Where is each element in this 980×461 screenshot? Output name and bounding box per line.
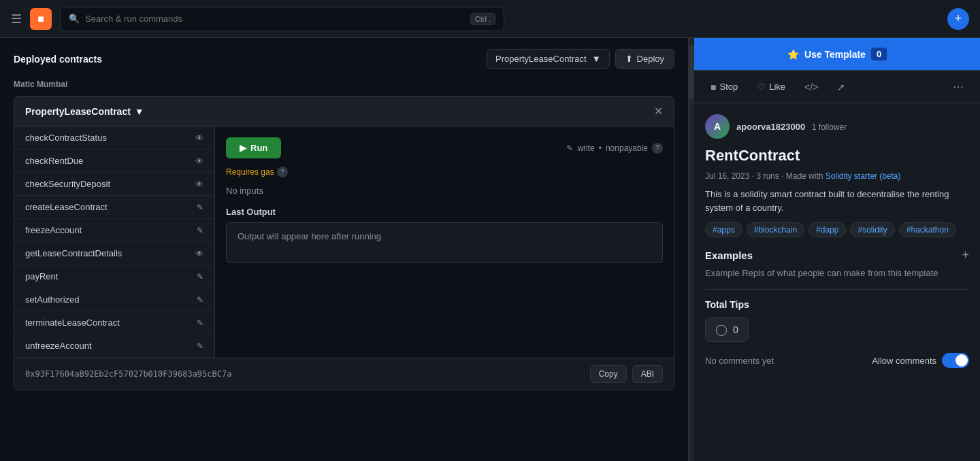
contract-selector: PropertyLeaseContract ▼ ⬆ Deploy	[487, 49, 674, 69]
eye-icon[interactable]: 👁	[195, 133, 203, 143]
list-item[interactable]: createLeaseContract ✎	[14, 196, 214, 219]
contract-dropdown[interactable]: PropertyLeaseContract ▼	[487, 49, 610, 69]
right-panel: ⭐ Use Template 0 ■ Stop ♡ Like </> ➚ ⋯	[694, 38, 980, 461]
deploy-button[interactable]: ⬆ Deploy	[615, 49, 674, 69]
right-action-row: ■ Stop ♡ Like </> ➚ ⋯	[694, 71, 980, 103]
output-box: Output will appear here after running	[226, 222, 663, 263]
like-button[interactable]: ♡ Like	[751, 79, 791, 95]
tag-hackathon[interactable]: #hackathon	[899, 222, 956, 237]
toggle-thumb	[956, 354, 968, 366]
play-icon: ▶	[240, 143, 246, 153]
meta-text: Jul 16, 2023 · 3 runs · Made with	[705, 171, 823, 181]
comments-toggle[interactable]	[942, 353, 969, 368]
edit-icon[interactable]: ✎	[197, 318, 203, 328]
chevron-down-icon: ▼	[592, 54, 601, 64]
write-badge: ✎ write • nonpayable ?	[566, 143, 663, 154]
list-item[interactable]: terminateLeaseContract ✎	[14, 311, 214, 335]
more-button[interactable]: ⋯	[947, 78, 969, 96]
edit-icon[interactable]: ✎	[197, 226, 203, 235]
hamburger-icon[interactable]: ☰	[11, 12, 22, 27]
function-name: unfreezeAccount	[25, 341, 92, 351]
copy-button[interactable]: Copy	[590, 365, 627, 383]
last-output-label: Last Output	[226, 207, 663, 217]
tips-value: 0	[733, 324, 738, 335]
examples-header: Examples +	[705, 248, 969, 262]
divider	[705, 289, 969, 290]
tags-container: #apps #blockchain #dapp #solidity #hacka…	[705, 222, 969, 237]
scrollbar-thumb	[689, 45, 693, 99]
follower-badge: 1 follower	[812, 122, 847, 132]
run-row: ▶ Run ✎ write • nonpayable ?	[226, 137, 663, 158]
deployed-header: Deployed contracts PropertyLeaseContract…	[14, 49, 674, 69]
list-item[interactable]: checkContractStatus 👁	[14, 126, 214, 150]
repl-title: RentContract	[705, 147, 969, 165]
solidity-link[interactable]: Solidity starter (beta)	[826, 171, 901, 181]
keyboard-shortcut: Ctrl .	[470, 13, 495, 25]
edit-icon[interactable]: ✎	[197, 341, 203, 351]
run-label: Run	[250, 143, 267, 153]
scrollbar[interactable]	[689, 38, 694, 461]
logo-icon: ■	[30, 8, 52, 30]
main-layout: Deployed contracts PropertyLeaseContract…	[0, 38, 980, 461]
list-item[interactable]: checkRentDue 👁	[14, 150, 214, 173]
deployed-title: Deployed contracts	[14, 54, 102, 65]
eye-icon[interactable]: 👁	[195, 156, 203, 166]
contract-chevron-icon[interactable]: ▼	[135, 106, 144, 117]
heart-icon: ♡	[757, 82, 766, 92]
function-name: freezeAccount	[25, 225, 82, 235]
function-name: checkSecurityDeposit	[25, 179, 110, 189]
function-sidebar: checkContractStatus 👁 checkRentDue 👁 che…	[14, 126, 215, 358]
requires-gas: Requires gas ?	[226, 167, 663, 177]
edit-icon[interactable]: ✎	[197, 272, 203, 281]
list-item[interactable]: unfreezeAccount ✎	[14, 335, 214, 358]
right-top-bar: ⭐ Use Template 0	[694, 38, 980, 71]
list-item[interactable]: getLeaseContractDetails 👁	[14, 242, 214, 265]
contract-box-header: PropertyLeaseContract ▼ ✕	[14, 97, 674, 126]
stop-label: Stop	[719, 82, 738, 92]
search-icon: 🔍	[69, 14, 80, 24]
open-button[interactable]: ➚	[832, 79, 851, 95]
add-button[interactable]: +	[947, 8, 969, 30]
network-label: Matic Mumbai	[14, 80, 674, 89]
contract-box-title: PropertyLeaseContract ▼	[25, 106, 144, 117]
external-link-icon: ➚	[837, 82, 845, 92]
tips-icon: ◯	[715, 323, 728, 336]
list-item[interactable]: payRent ✎	[14, 265, 214, 288]
help-icon[interactable]: ?	[652, 143, 663, 154]
run-button[interactable]: ▶ Run	[226, 137, 281, 158]
nonpayable-label: nonpayable	[606, 143, 648, 153]
search-input[interactable]	[85, 14, 465, 24]
no-inputs: No inputs	[226, 186, 663, 196]
contract-footer: 0x93F17604aB92Eb2cF57027b010F39683a95cBC…	[14, 358, 674, 390]
edit-icon[interactable]: ✎	[197, 295, 203, 305]
function-name: setAuthorized	[25, 294, 80, 305]
use-template-label: Use Template	[804, 49, 866, 60]
dot-separator: •	[599, 143, 602, 153]
tag-blockchain[interactable]: #blockchain	[747, 222, 804, 237]
list-item[interactable]: freezeAccount ✎	[14, 219, 214, 242]
close-button[interactable]: ✕	[654, 105, 663, 118]
code-button[interactable]: </>	[799, 79, 823, 95]
stop-button[interactable]: ■ Stop	[705, 79, 743, 95]
upload-icon: ⬆	[625, 54, 633, 64]
list-item[interactable]: setAuthorized ✎	[14, 288, 214, 311]
tips-amount: ◯ 0	[705, 317, 749, 342]
author-name[interactable]: apoorva1823000	[736, 122, 805, 132]
add-example-button[interactable]: +	[962, 248, 969, 262]
tag-solidity[interactable]: #solidity	[850, 222, 894, 237]
contract-address: 0x93F17604aB92Eb2cF57027b010F39683a95cBC…	[25, 369, 231, 379]
gas-help-icon[interactable]: ?	[277, 167, 288, 177]
tag-dapp[interactable]: #dapp	[808, 222, 846, 237]
left-panel: Deployed contracts PropertyLeaseContract…	[0, 38, 689, 461]
edit-icon[interactable]: ✎	[197, 203, 203, 212]
right-content: A apoorva1823000 1 follower RentContract…	[694, 103, 980, 379]
use-template-button[interactable]: ⭐ Use Template 0	[694, 38, 980, 70]
eye-icon[interactable]: 👁	[195, 249, 203, 258]
tag-apps[interactable]: #apps	[705, 222, 742, 237]
contract-name-label: PropertyLeaseContract	[25, 106, 131, 117]
eye-icon[interactable]: 👁	[195, 180, 203, 189]
list-item[interactable]: checkSecurityDeposit 👁	[14, 173, 214, 196]
function-name: createLeaseContract	[25, 202, 108, 212]
abi-button[interactable]: ABI	[632, 365, 663, 383]
examples-description: Example Repls of what people can make fr…	[705, 268, 969, 278]
